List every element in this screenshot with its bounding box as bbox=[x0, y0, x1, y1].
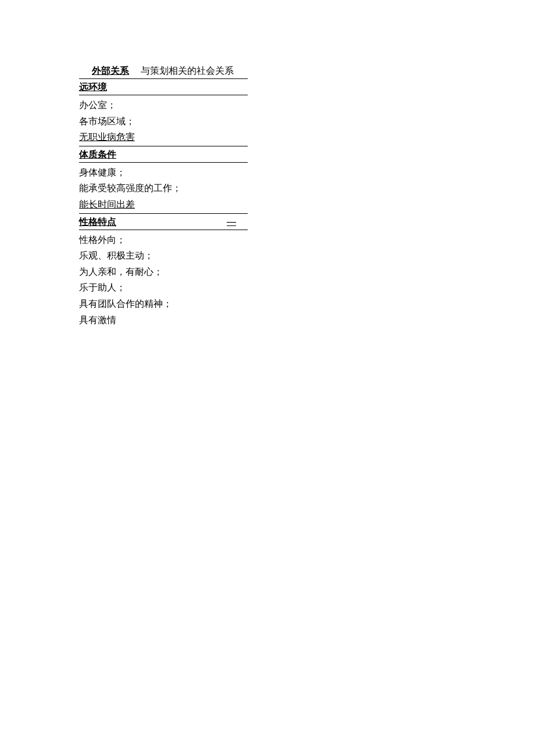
list-item: 具有激情 bbox=[79, 313, 248, 328]
list-item: 办公室； bbox=[79, 98, 248, 113]
list-item: 无职业病危害 bbox=[79, 130, 248, 146]
section-title: 性格特点 bbox=[79, 216, 116, 228]
list-item: 为人亲和，有耐心； bbox=[79, 264, 248, 280]
list-item: 各市场区域； bbox=[79, 114, 248, 129]
section-title: 体质条件 bbox=[79, 149, 116, 161]
list-item: 能承受较高强度的工作； bbox=[79, 181, 248, 196]
list-item: 乐观、积极主动； bbox=[79, 248, 248, 263]
external-relations-value: 与策划相关的社会关系 bbox=[141, 65, 234, 77]
list-item: 性格外向； bbox=[79, 232, 248, 248]
external-relations-label: 外部关系 bbox=[92, 65, 129, 77]
section-header: 性格特点— bbox=[79, 216, 248, 230]
document-content: 外部关系 与策划相关的社会关系 远环境办公室；各市场区域；无职业病危害体质条件身… bbox=[79, 65, 248, 327]
dash-icon: — bbox=[227, 217, 236, 227]
list-item: 身体健康； bbox=[79, 165, 248, 180]
section-header: 远环境 bbox=[79, 81, 248, 95]
external-relations-row: 外部关系 与策划相关的社会关系 bbox=[79, 65, 248, 79]
section-header: 体质条件 bbox=[79, 149, 248, 163]
section-title: 远环境 bbox=[79, 81, 107, 94]
list-item: 能长时间出差 bbox=[79, 197, 248, 214]
list-item: 乐于助人； bbox=[79, 280, 248, 295]
list-item: 具有团队合作的精神； bbox=[79, 296, 248, 311]
